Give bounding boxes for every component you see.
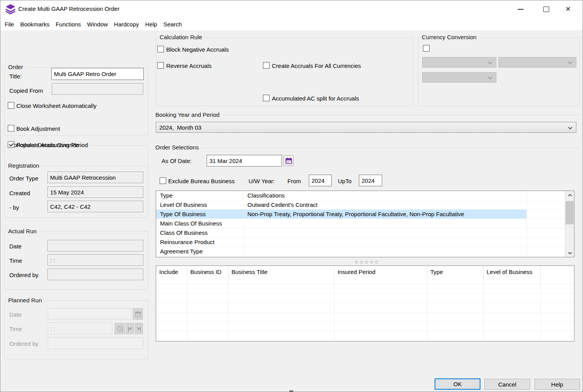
- time-skip-back-button: |<: [126, 323, 134, 334]
- menu-search[interactable]: Search: [163, 20, 183, 28]
- copied-from-label: Copied From: [9, 87, 43, 94]
- booking-group-label: Booking Year and Period: [155, 111, 221, 118]
- planned-time-clock-button: [115, 323, 125, 334]
- close-button[interactable]: ✕: [559, 0, 577, 18]
- currency-dropdown-2: [498, 57, 576, 68]
- column-header-type: Type: [427, 266, 484, 284]
- table-row[interactable]: Class Of Business: [156, 228, 574, 238]
- table-row[interactable]: [156, 322, 574, 331]
- table-header-row: Type Classifications: [156, 191, 574, 200]
- planned-date-label: Date: [9, 311, 22, 318]
- exclude-bureau-checkbox[interactable]: [160, 177, 166, 184]
- uw-upto-label: UpTo: [338, 178, 352, 184]
- reverse-accruals-checkbox[interactable]: [157, 62, 164, 69]
- help-button[interactable]: Help: [534, 379, 580, 390]
- splitter-dot: [375, 261, 378, 264]
- planned-time-input: : :: [48, 323, 112, 334]
- table-row[interactable]: [156, 312, 574, 322]
- actual-date-value: [47, 240, 143, 252]
- uw-from-input[interactable]: 2024: [309, 175, 332, 186]
- book-adjustment-checkbox[interactable]: [8, 125, 14, 132]
- table-row[interactable]: [156, 284, 574, 294]
- actual-time-value: : :: [47, 254, 143, 266]
- created-label: Created: [9, 190, 30, 196]
- column-header-type: Type: [156, 191, 244, 200]
- currency-conversion-label: Currency Conversion: [421, 34, 479, 40]
- order-type-value: Multi GAAP Retrocession: [47, 172, 143, 183]
- close-icon: ✕: [565, 6, 571, 12]
- planned-date-calendar-button: [133, 308, 143, 320]
- booking-period-value: 2024, Month 03: [159, 124, 201, 131]
- column-header-level-of-business: Level of Business: [484, 266, 541, 284]
- accumulated-ac-split-checkbox[interactable]: [263, 95, 270, 101]
- splitter-dot: [360, 261, 363, 264]
- close-worksheet-checkbox[interactable]: [8, 102, 14, 109]
- menu-functions[interactable]: Functions: [55, 20, 81, 28]
- menu-help[interactable]: Help: [145, 20, 158, 28]
- column-header-include: Include: [156, 266, 187, 284]
- ok-button[interactable]: OK: [435, 378, 480, 390]
- booking-period-combobox[interactable]: 2024, Month 03: [156, 122, 576, 133]
- scrollbar-thumb[interactable]: [566, 201, 574, 224]
- uw-upto-input[interactable]: 2024: [359, 175, 382, 186]
- menu-file[interactable]: File: [4, 20, 14, 28]
- title-bar: Create Multi GAAP Retrocession Order ✕: [0, 0, 583, 18]
- table-row[interactable]: Agreement Type: [156, 247, 574, 256]
- menu-hardcopy[interactable]: Hardcopy: [114, 20, 139, 28]
- maximize-button[interactable]: [537, 0, 555, 18]
- table-row[interactable]: Reinsurance Product: [156, 238, 574, 247]
- column-header-business-id: Business ID: [187, 266, 228, 284]
- populate-accounting-label: Populate Accounting Period: [16, 142, 88, 148]
- actual-time-label: Time: [9, 257, 22, 264]
- table-row[interactable]: [156, 303, 574, 312]
- minimize-button[interactable]: [512, 0, 530, 18]
- actual-run-label: Actual Run: [7, 228, 38, 234]
- column-header-insured-period: Insured Period: [334, 266, 427, 284]
- chevron-down-icon: [488, 60, 492, 64]
- create-accruals-all-currencies-checkbox[interactable]: [263, 62, 270, 69]
- planned-ordered-by-input: [48, 337, 143, 349]
- splitter-handle[interactable]: [355, 261, 378, 264]
- chevron-down-icon: [488, 75, 492, 79]
- copied-from-input: [52, 83, 143, 95]
- scroll-up-button[interactable]: [565, 192, 574, 199]
- scroll-down-button[interactable]: [565, 248, 574, 256]
- chevron-down-icon: [568, 60, 572, 64]
- business-table: Include Business ID Business Title Insur…: [156, 265, 574, 342]
- chevron-down-icon: [568, 125, 572, 129]
- planned-ordered-by-label: Ordered by: [9, 340, 38, 347]
- splitter-dot: [355, 261, 358, 264]
- table-row[interactable]: Type Of Business Non-Prop Treaty, Propor…: [156, 210, 574, 219]
- registration-group-label: Registration: [7, 162, 41, 169]
- block-negative-accruals-checkbox[interactable]: [157, 46, 164, 52]
- menu-bookmarks[interactable]: Bookmarks: [20, 20, 50, 28]
- window-resize-notch: [289, 390, 293, 392]
- actual-date-label: Date: [9, 243, 22, 250]
- table-row[interactable]: [156, 331, 574, 340]
- table-row[interactable]: Main Class Of Business: [156, 219, 574, 228]
- book-adjustment-label: Book Adjustment: [16, 125, 60, 132]
- window-title: Create Multi GAAP Retrocession Order: [18, 5, 120, 12]
- uw-year-label: U/W Year:: [249, 178, 275, 184]
- by-value: C42, C42 - C42: [47, 201, 143, 212]
- title-label: Title:: [9, 73, 22, 80]
- menu-window[interactable]: Window: [87, 20, 108, 28]
- booking-group: Booking Year and Period: [155, 115, 580, 115]
- currency-conversion-checkbox[interactable]: [423, 45, 430, 52]
- as-of-date-input[interactable]: 31 Mar 2024: [207, 155, 282, 167]
- vertical-scrollbar[interactable]: [565, 191, 574, 257]
- populate-accounting-checkbox[interactable]: [8, 141, 14, 148]
- title-input[interactable]: Multi GAAP Retro Order: [51, 68, 144, 80]
- reverse-accruals-label: Reverse Accruals: [166, 62, 212, 69]
- as-of-date-calendar-button[interactable]: [284, 155, 294, 166]
- cancel-button[interactable]: Cancel: [484, 379, 530, 390]
- calendar-icon: [285, 157, 292, 165]
- splitter-dot: [370, 261, 373, 264]
- table-row[interactable]: Level Of Business Outward Cedent's Contr…: [156, 200, 574, 210]
- column-header-classifications: Classifications: [244, 191, 527, 200]
- planned-run-label: Planned Run: [7, 297, 44, 304]
- maximize-icon: [543, 7, 549, 12]
- currency-conversion-group: Currency Conversion: [418, 37, 580, 106]
- calendar-icon: [135, 311, 141, 317]
- table-row[interactable]: [156, 294, 574, 303]
